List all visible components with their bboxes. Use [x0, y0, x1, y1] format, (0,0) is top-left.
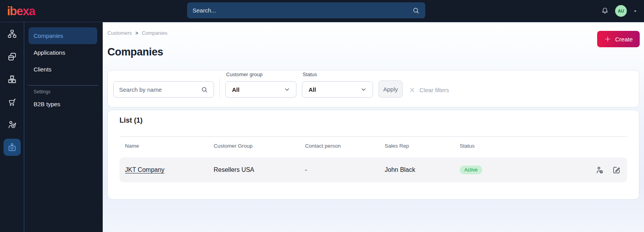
sidebar-item-b2b-types[interactable]: B2B types [29, 96, 97, 112]
global-search-input[interactable] [193, 7, 412, 14]
sidebar-item-applications[interactable]: Applications [29, 44, 97, 61]
name-search-field[interactable] [113, 81, 214, 98]
column-sales-rep: Sales Rep [385, 143, 460, 149]
user-menu-caret-icon[interactable] [633, 9, 638, 14]
apply-button[interactable]: Apply [378, 80, 403, 98]
content-tree-icon [7, 29, 17, 39]
table-header: Name Customer Group Contact person Sales… [120, 137, 627, 155]
notifications-bell-icon[interactable] [601, 7, 609, 15]
deactivate-user-button[interactable] [595, 166, 604, 175]
sidebar: Companies Applications Clients Settings … [24, 22, 103, 232]
pages-icon [7, 52, 17, 62]
sidebar-item-companies[interactable]: Companies [29, 27, 97, 44]
topbar: ibexa AU [0, 0, 644, 22]
cart-icon [7, 97, 17, 107]
create-button-label: Create [615, 36, 633, 43]
user-block-icon [595, 166, 604, 175]
shell: Companies Applications Clients Settings … [0, 22, 644, 232]
breadcrumb: Customers > Companies [107, 30, 639, 36]
ibexa-logo[interactable]: ibexa [7, 5, 35, 17]
sidebar-section-settings: Settings [29, 86, 97, 95]
column-contact-person: Contact person [305, 143, 385, 149]
create-button[interactable]: Create [597, 31, 640, 47]
column-name: Name [125, 143, 214, 149]
customer-group-value: All [232, 86, 239, 93]
company-name-link[interactable]: JKT Company [125, 166, 164, 173]
page-title: Companies [107, 46, 639, 58]
personalization-icon [7, 120, 17, 130]
clear-filters-button[interactable]: Clear filters [409, 87, 449, 93]
main-content: Customers > Companies Create Companies [103, 22, 644, 232]
filter-bar: Customer group All Status All [107, 70, 639, 107]
status-label: Status [303, 71, 373, 77]
products-icon [7, 74, 17, 84]
status-badge: Active [460, 166, 482, 175]
global-search[interactable] [187, 2, 425, 18]
cell-customer-group: Resellers USA [214, 166, 305, 173]
customer-group-filter: Customer group All [225, 71, 296, 98]
search-icon [201, 86, 208, 93]
plus-icon [604, 36, 611, 43]
breadcrumb-separator: > [136, 30, 138, 36]
rail-item-products[interactable] [4, 71, 21, 88]
cell-sales-rep: John Black [385, 166, 460, 173]
rail-item-customer-portal[interactable] [4, 139, 21, 156]
rail-item-personalization[interactable] [4, 116, 21, 133]
filter-divider [219, 77, 220, 98]
column-customer-group: Customer Group [214, 143, 305, 149]
search-icon [412, 7, 420, 14]
row-actions [595, 166, 621, 175]
edit-company-button[interactable] [612, 166, 621, 175]
chevron-down-icon [284, 86, 291, 93]
topbar-right: AU [601, 5, 638, 17]
clear-filters-label: Clear filters [419, 87, 449, 93]
list-title: List (1) [120, 116, 627, 125]
app-root: ibexa AU [0, 0, 644, 232]
status-value: All [309, 86, 316, 93]
rail-item-cart[interactable] [4, 93, 21, 111]
cell-contact-person: - [305, 166, 385, 173]
rail-item-content-tree[interactable] [4, 25, 21, 43]
table-row: JKT Company Resellers USA - John Black A… [120, 157, 627, 182]
status-filter: Status All [302, 71, 373, 98]
avatar[interactable]: AU [615, 5, 627, 17]
customer-portal-icon [7, 142, 17, 152]
rail-item-pages[interactable] [4, 48, 21, 65]
customer-group-label: Customer group [226, 71, 296, 77]
edit-icon [612, 166, 621, 175]
breadcrumb-customers[interactable]: Customers [107, 30, 132, 36]
customer-group-select[interactable]: All [225, 81, 296, 98]
companies-list-card: List (1) Name Customer Group Contact per… [107, 110, 639, 200]
column-status: Status [460, 143, 627, 149]
status-select[interactable]: All [302, 81, 373, 98]
sidebar-item-clients[interactable]: Clients [29, 61, 97, 78]
chevron-down-icon [360, 86, 367, 93]
name-search-input[interactable] [119, 86, 201, 93]
icon-rail [0, 22, 24, 232]
breadcrumb-companies: Companies [142, 30, 168, 36]
close-icon [409, 87, 416, 93]
